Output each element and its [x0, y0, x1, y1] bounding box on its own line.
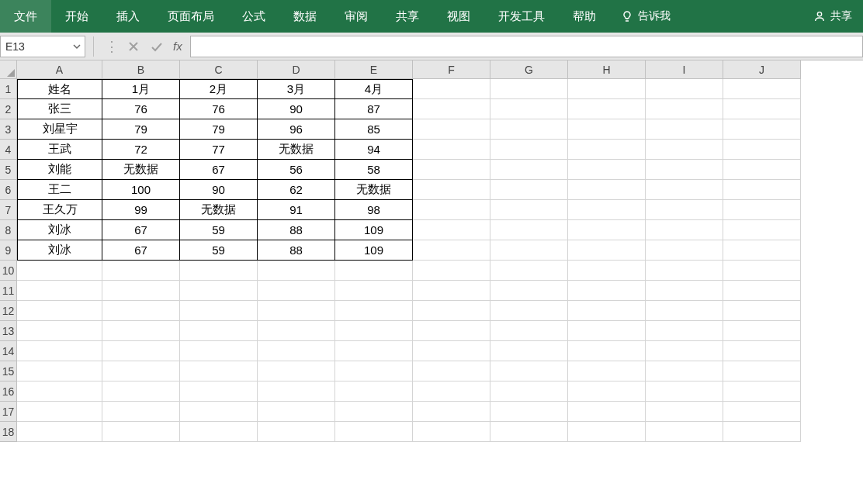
cell-B9[interactable]: 67: [102, 240, 180, 261]
cell-G1[interactable]: [490, 79, 568, 99]
formula-input[interactable]: [190, 36, 863, 57]
cell-F4[interactable]: [413, 140, 490, 160]
cell-E8[interactable]: 109: [335, 220, 413, 240]
cell-C18[interactable]: [180, 422, 258, 442]
cell-H16[interactable]: [568, 381, 646, 402]
cell-G11[interactable]: [490, 281, 568, 301]
cell-F10[interactable]: [413, 261, 490, 281]
tab-help[interactable]: 帮助: [559, 0, 610, 33]
cell-E15[interactable]: [335, 361, 413, 381]
row-header-18[interactable]: 18: [0, 422, 17, 442]
cell-C11[interactable]: [180, 281, 258, 301]
cell-D4[interactable]: 无数据: [258, 140, 335, 160]
col-header-E[interactable]: E: [335, 60, 413, 79]
cell-E6[interactable]: 无数据: [335, 180, 413, 200]
cell-I13[interactable]: [646, 321, 723, 341]
cell-B1[interactable]: 1月: [102, 79, 180, 99]
cell-I11[interactable]: [646, 281, 723, 301]
cell-A9[interactable]: 刘冰: [17, 240, 102, 261]
cell-G7[interactable]: [490, 200, 568, 220]
cell-C7[interactable]: 无数据: [180, 200, 258, 220]
cell-I7[interactable]: [646, 200, 723, 220]
cell-G9[interactable]: [490, 240, 568, 261]
cell-B13[interactable]: [102, 321, 180, 341]
cell-J14[interactable]: [723, 341, 801, 361]
cell-C15[interactable]: [180, 361, 258, 381]
cell-D17[interactable]: [258, 402, 335, 422]
cell-E12[interactable]: [335, 301, 413, 321]
cell-E3[interactable]: 85: [335, 119, 413, 140]
cell-B17[interactable]: [102, 402, 180, 422]
cell-C12[interactable]: [180, 301, 258, 321]
cell-A18[interactable]: [17, 422, 102, 442]
col-header-J[interactable]: J: [723, 60, 801, 79]
cell-F6[interactable]: [413, 180, 490, 200]
cell-B14[interactable]: [102, 341, 180, 361]
cell-B3[interactable]: 79: [102, 119, 180, 140]
cell-I3[interactable]: [646, 119, 723, 140]
row-header-1[interactable]: 1: [0, 79, 17, 99]
cell-F15[interactable]: [413, 361, 490, 381]
cell-I18[interactable]: [646, 422, 723, 442]
col-header-D[interactable]: D: [258, 60, 335, 79]
cell-D18[interactable]: [258, 422, 335, 442]
cell-C2[interactable]: 76: [180, 99, 258, 119]
cell-F16[interactable]: [413, 381, 490, 402]
cell-I9[interactable]: [646, 240, 723, 261]
cell-C16[interactable]: [180, 381, 258, 402]
row-header-15[interactable]: 15: [0, 361, 17, 381]
cancel-button[interactable]: [122, 40, 145, 53]
cell-J5[interactable]: [723, 160, 801, 180]
cell-C1[interactable]: 2月: [180, 79, 258, 99]
cell-I8[interactable]: [646, 220, 723, 240]
cell-E17[interactable]: [335, 402, 413, 422]
cell-D1[interactable]: 3月: [258, 79, 335, 99]
cell-I6[interactable]: [646, 180, 723, 200]
cell-A11[interactable]: [17, 281, 102, 301]
col-header-F[interactable]: F: [413, 60, 490, 79]
cell-F13[interactable]: [413, 321, 490, 341]
cell-E13[interactable]: [335, 321, 413, 341]
cell-B10[interactable]: [102, 261, 180, 281]
cell-G4[interactable]: [490, 140, 568, 160]
col-header-G[interactable]: G: [490, 60, 568, 79]
cell-F8[interactable]: [413, 220, 490, 240]
row-header-5[interactable]: 5: [0, 160, 17, 180]
cell-I5[interactable]: [646, 160, 723, 180]
tab-insert[interactable]: 插入: [102, 0, 154, 33]
cell-H4[interactable]: [568, 140, 646, 160]
cell-G15[interactable]: [490, 361, 568, 381]
cell-B12[interactable]: [102, 301, 180, 321]
row-header-2[interactable]: 2: [0, 99, 17, 119]
row-header-10[interactable]: 10: [0, 261, 17, 281]
row-header-8[interactable]: 8: [0, 220, 17, 240]
tab-page-layout[interactable]: 页面布局: [154, 0, 228, 33]
cell-B11[interactable]: [102, 281, 180, 301]
cell-J3[interactable]: [723, 119, 801, 140]
cell-H12[interactable]: [568, 301, 646, 321]
cell-F5[interactable]: [413, 160, 490, 180]
cell-B18[interactable]: [102, 422, 180, 442]
cell-A10[interactable]: [17, 261, 102, 281]
tab-share[interactable]: 共享: [382, 0, 433, 33]
cell-C3[interactable]: 79: [180, 119, 258, 140]
tab-data[interactable]: 数据: [279, 0, 331, 33]
tab-home[interactable]: 开始: [51, 0, 102, 33]
cell-H3[interactable]: [568, 119, 646, 140]
cell-H6[interactable]: [568, 180, 646, 200]
cell-H1[interactable]: [568, 79, 646, 99]
cell-E10[interactable]: [335, 261, 413, 281]
cell-H8[interactable]: [568, 220, 646, 240]
formula-bar-expand[interactable]: ⋮: [102, 38, 122, 55]
cell-J10[interactable]: [723, 261, 801, 281]
cell-C6[interactable]: 90: [180, 180, 258, 200]
cell-D13[interactable]: [258, 321, 335, 341]
cell-I15[interactable]: [646, 361, 723, 381]
cell-D10[interactable]: [258, 261, 335, 281]
cell-A3[interactable]: 刘星宇: [17, 119, 102, 140]
cell-A12[interactable]: [17, 301, 102, 321]
cell-J1[interactable]: [723, 79, 801, 99]
cell-F2[interactable]: [413, 99, 490, 119]
cell-J13[interactable]: [723, 321, 801, 341]
cell-B16[interactable]: [102, 381, 180, 402]
